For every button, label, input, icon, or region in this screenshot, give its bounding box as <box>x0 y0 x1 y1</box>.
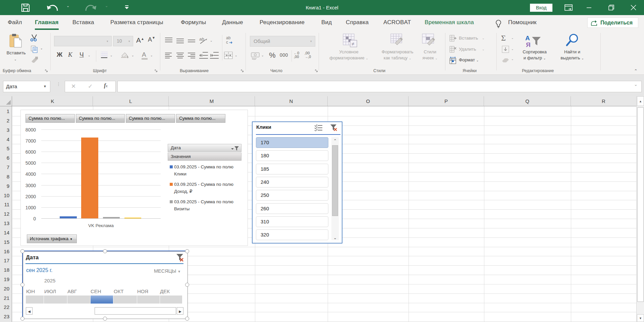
svg-text:ab: ab <box>199 37 204 42</box>
svg-text:ab: ab <box>226 36 231 40</box>
svg-text:≠: ≠ <box>352 41 354 47</box>
svg-text:А: А <box>525 35 530 42</box>
svg-text:c: c <box>226 40 228 45</box>
svg-text:Я: Я <box>526 41 531 48</box>
